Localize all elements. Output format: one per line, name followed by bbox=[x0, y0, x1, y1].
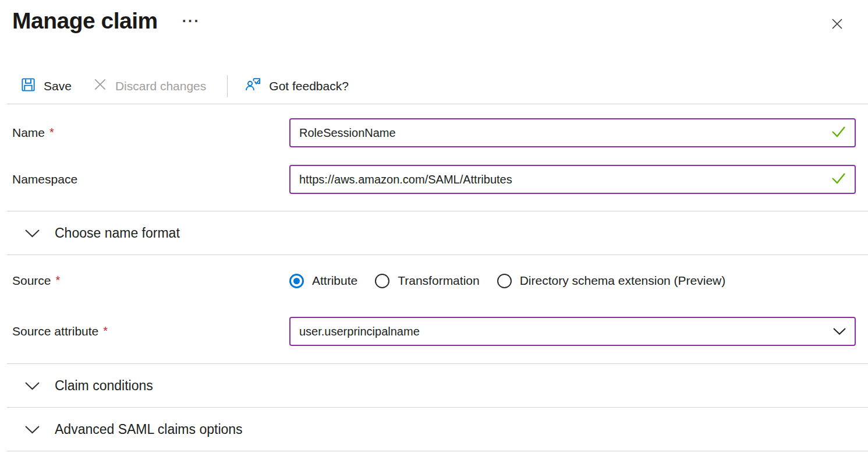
discard-changes-button[interactable]: Discard changes bbox=[93, 77, 206, 95]
valid-check-icon bbox=[831, 125, 846, 142]
required-asterisk: * bbox=[49, 126, 54, 137]
toolbar-separator bbox=[227, 75, 228, 97]
close-icon bbox=[828, 26, 846, 34]
expander-advanced-saml-options[interactable]: Advanced SAML claims options bbox=[0, 408, 868, 451]
toolbar-divider bbox=[7, 104, 868, 104]
feedback-icon bbox=[245, 76, 261, 96]
pane-header: Manage claim ··· bbox=[0, 0, 868, 33]
page-title: Manage claim bbox=[12, 6, 158, 36]
valid-check-icon bbox=[831, 171, 846, 188]
radio-unselected-icon bbox=[497, 274, 512, 288]
discard-changes-label: Discard changes bbox=[115, 79, 206, 93]
got-feedback-label: Got feedback? bbox=[269, 79, 349, 93]
name-field-row: Name * RoleSessionName bbox=[0, 118, 868, 147]
name-label: Name * bbox=[0, 126, 289, 140]
source-field-row: Source * Attribute Transformation Direct… bbox=[0, 266, 868, 295]
radio-attribute-label: Attribute bbox=[312, 274, 357, 288]
section-divider bbox=[7, 451, 868, 451]
radio-selected-icon bbox=[289, 274, 304, 288]
advanced-saml-options-label: Advanced SAML claims options bbox=[55, 422, 243, 437]
choose-name-format-label: Choose name format bbox=[55, 225, 180, 241]
save-button[interactable]: Save bbox=[20, 77, 72, 96]
source-attribute-field-row: Source attribute * user.userprincipalnam… bbox=[0, 317, 868, 346]
source-attribute-value: user.userprincipalname bbox=[299, 325, 420, 338]
chevron-down-icon bbox=[24, 229, 40, 238]
section-divider bbox=[7, 255, 868, 255]
discard-x-icon bbox=[93, 77, 108, 95]
required-asterisk: * bbox=[56, 274, 61, 285]
manage-claim-pane: Manage claim ··· Save bbox=[0, 0, 868, 470]
chevron-down-icon bbox=[832, 325, 846, 338]
name-input-value: RoleSessionName bbox=[299, 126, 396, 140]
chevron-down-icon bbox=[24, 381, 40, 390]
namespace-input-value: https://aws.amazon.com/SAML/Attributes bbox=[299, 173, 512, 186]
got-feedback-button[interactable]: Got feedback? bbox=[245, 76, 349, 96]
radio-transformation-label: Transformation bbox=[398, 274, 479, 288]
source-attribute-dropdown[interactable]: user.userprincipalname bbox=[289, 317, 856, 346]
source-label: Source * bbox=[0, 274, 289, 288]
namespace-input[interactable]: https://aws.amazon.com/SAML/Attributes bbox=[289, 165, 856, 194]
command-bar: Save Discard changes Got feedback? bbox=[20, 74, 868, 98]
namespace-label: Namespace bbox=[0, 172, 289, 186]
chevron-down-icon bbox=[24, 425, 40, 434]
save-label: Save bbox=[44, 79, 72, 93]
claim-conditions-label: Claim conditions bbox=[55, 378, 153, 394]
expander-choose-name-format[interactable]: Choose name format bbox=[0, 211, 868, 255]
expander-claim-conditions[interactable]: Claim conditions bbox=[0, 364, 868, 407]
radio-transformation[interactable]: Transformation bbox=[375, 274, 479, 288]
radio-directory-schema-extension-label: Directory schema extension (Preview) bbox=[520, 274, 726, 288]
radio-attribute[interactable]: Attribute bbox=[289, 274, 357, 288]
required-asterisk: * bbox=[103, 324, 108, 336]
save-icon bbox=[20, 77, 36, 96]
name-input[interactable]: RoleSessionName bbox=[289, 118, 856, 147]
radio-unselected-icon bbox=[375, 274, 389, 288]
more-options-button[interactable]: ··· bbox=[180, 12, 203, 31]
namespace-field-row: Namespace https://aws.amazon.com/SAML/At… bbox=[0, 165, 868, 194]
source-attribute-label: Source attribute * bbox=[0, 324, 289, 338]
radio-directory-schema-extension[interactable]: Directory schema extension (Preview) bbox=[497, 274, 726, 288]
close-button[interactable] bbox=[827, 14, 847, 36]
source-radio-group: Attribute Transformation Directory schem… bbox=[289, 274, 856, 288]
